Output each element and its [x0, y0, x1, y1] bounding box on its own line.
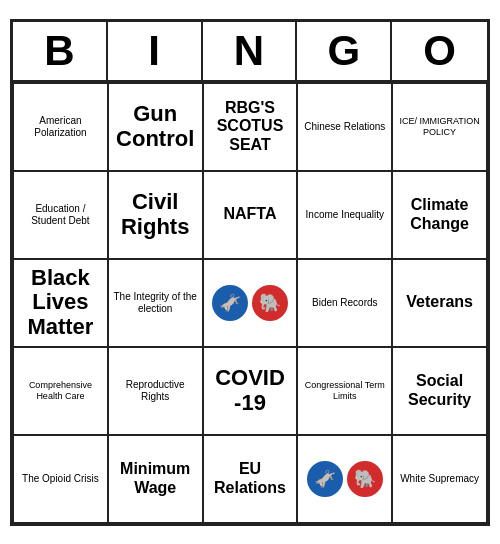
bingo-cell-r2c0: Black Lives Matter	[13, 259, 108, 347]
bingo-cell-r2c4: Veterans	[392, 259, 487, 347]
bingo-card: BINGO American PolarizationGun ControlRB…	[10, 19, 490, 526]
bingo-cell-r2c3: Biden Records	[297, 259, 392, 347]
bingo-cell-r3c4: Social Security	[392, 347, 487, 435]
cell-label: Gun Control	[113, 102, 198, 150]
bingo-cell-r4c2: EU Relations	[203, 435, 298, 523]
bingo-cell-r1c3: Income Inequality	[297, 171, 392, 259]
bingo-cell-r1c4: Climate Change	[392, 171, 487, 259]
cell-label: Climate Change	[397, 196, 482, 233]
cell-label: Social Security	[397, 372, 482, 409]
bingo-cell-r4c4: White Supremacy	[392, 435, 487, 523]
cell-label: ICE/ IMMIGRATION POLICY	[397, 116, 482, 138]
bingo-letter-o: O	[392, 22, 487, 80]
cell-label: COVID -19	[208, 366, 293, 414]
republican-icon: 🐘	[347, 461, 383, 497]
bingo-cell-r1c2: NAFTA	[203, 171, 298, 259]
bingo-cell-r0c4: ICE/ IMMIGRATION POLICY	[392, 83, 487, 171]
bingo-letter-i: I	[108, 22, 203, 80]
democrat-icon: 🫏	[307, 461, 343, 497]
bingo-cell-r2c1: The Integrity of the election	[108, 259, 203, 347]
bingo-cell-r2c2: 🫏🐘	[203, 259, 298, 347]
democrat-icon: 🫏	[212, 285, 248, 321]
bingo-cell-r0c1: Gun Control	[108, 83, 203, 171]
bingo-cell-r0c2: RBG'S SCOTUS SEAT	[203, 83, 298, 171]
bingo-cell-r3c1: Reproductive Rights	[108, 347, 203, 435]
cell-label: Education / Student Debt	[18, 203, 103, 227]
cell-label: American Polarization	[18, 115, 103, 139]
bingo-cell-r4c1: Minimum Wage	[108, 435, 203, 523]
cell-label: Income Inequality	[306, 209, 384, 221]
cell-label: Biden Records	[312, 297, 378, 309]
bingo-cell-r3c0: Comprehensive Health Care	[13, 347, 108, 435]
cell-label: The Integrity of the election	[113, 291, 198, 315]
cell-label: White Supremacy	[400, 473, 479, 485]
cell-label: Chinese Relations	[304, 121, 385, 133]
bingo-cell-r4c3: 🫏🐘	[297, 435, 392, 523]
bingo-grid: American PolarizationGun ControlRBG'S SC…	[13, 83, 487, 523]
bingo-cell-r0c3: Chinese Relations	[297, 83, 392, 171]
bingo-letter-n: N	[203, 22, 298, 80]
bingo-cell-r4c0: The Opioid Crisis	[13, 435, 108, 523]
cell-label: EU Relations	[208, 460, 293, 497]
cell-label: The Opioid Crisis	[22, 473, 99, 485]
party-icons: 🫏🐘	[212, 285, 288, 321]
cell-label: Congressional Term Limits	[302, 380, 387, 402]
cell-label: Civil Rights	[113, 190, 198, 238]
bingo-cell-r3c3: Congressional Term Limits	[297, 347, 392, 435]
cell-label: Black Lives Matter	[18, 266, 103, 339]
cell-label: Comprehensive Health Care	[18, 380, 103, 402]
bingo-letter-g: G	[297, 22, 392, 80]
cell-label: Minimum Wage	[113, 460, 198, 497]
bingo-cell-r1c0: Education / Student Debt	[13, 171, 108, 259]
cell-label: RBG'S SCOTUS SEAT	[208, 99, 293, 154]
bingo-letter-b: B	[13, 22, 108, 80]
bingo-header: BINGO	[13, 22, 487, 83]
cell-label: NAFTA	[223, 205, 276, 223]
cell-label: Veterans	[406, 293, 473, 311]
bingo-cell-r0c0: American Polarization	[13, 83, 108, 171]
party-icons: 🫏🐘	[307, 461, 383, 497]
cell-label: Reproductive Rights	[113, 379, 198, 403]
bingo-cell-r3c2: COVID -19	[203, 347, 298, 435]
bingo-cell-r1c1: Civil Rights	[108, 171, 203, 259]
republican-icon: 🐘	[252, 285, 288, 321]
